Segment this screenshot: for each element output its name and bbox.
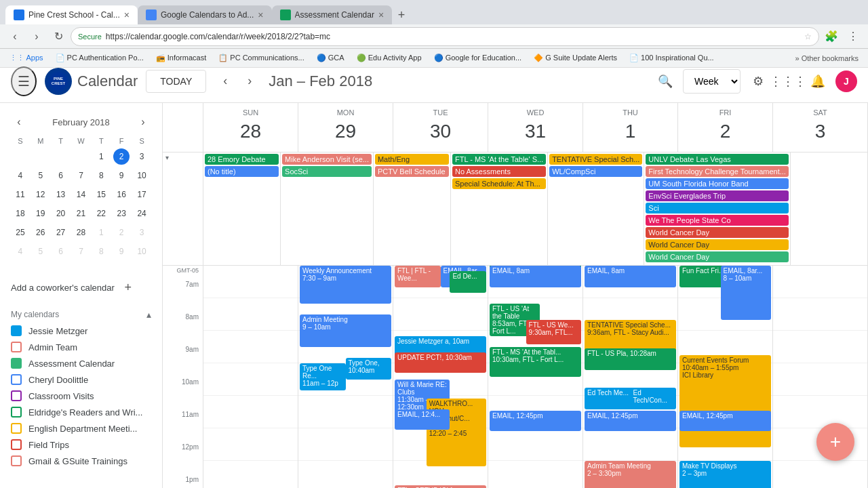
tab-assessment[interactable]: Assessment Calendar × [272,5,393,24]
cheryl-checkbox[interactable] [11,374,22,385]
event-current-events-forum[interactable]: Current Events Forum10:40am – 1:55pmICI … [679,355,771,447]
day-num-thu[interactable]: 1 [616,117,646,146]
event-first-tech[interactable]: First Technology Challenge Tournament... [646,166,789,177]
tab-close-1[interactable]: × [124,9,130,20]
event-no-assessments[interactable]: No Assessments [452,166,546,177]
day-num-tue[interactable]: 30 [426,117,456,146]
jessie-checkbox[interactable] [11,325,22,336]
event-ed-tech-con[interactable]: Ed Tech/Con... [631,388,677,409]
sidebar-item-eldridge[interactable]: Eldridge's Readers and Wri... [0,404,162,420]
gmail-checkbox[interactable] [11,455,22,466]
sidebar-item-admin-team[interactable]: Admin Team [0,339,162,355]
expand-icon[interactable]: ▾ [165,154,169,161]
sidebar-item-assessment[interactable]: Assessment Calendar [0,355,162,371]
today-button[interactable]: TODAY [146,70,206,93]
back-button[interactable]: ‹ [5,27,24,46]
event-email-1245-fri[interactable]: EMAIL, 12:45pm [679,411,771,431]
browser-menu-icon[interactable]: ⋮ [844,27,863,46]
event-make-tv-displays[interactable]: Make TV Displays2 – 3pm [679,461,771,488]
event-mike-anderson[interactable]: Mike Anderson Visit (se... [282,154,372,165]
tab-google-cal[interactable]: Google Calendars to Ad... × [138,5,272,24]
search-icon[interactable]: 🔍 [653,69,677,94]
view-selector[interactable]: Week Day Month [683,69,741,94]
address-bar[interactable]: Secure https://calendar.google.com/calen… [71,27,819,46]
event-ftl-ms[interactable]: FTL - MS 'At the Table' S... [452,154,546,165]
tab-close-3[interactable]: × [378,9,384,20]
tab-pine-crest[interactable]: Pine Crest School - Cal... × [5,5,138,24]
event-world-cancer-2[interactable]: World Cancer Day [646,239,789,250]
forward-button[interactable]: › [27,27,46,46]
event-ftl-week-tue[interactable]: FTL | FTL - Wee... [395,266,441,287]
event-email-1245-wed[interactable]: EMAIL, 12:45pm [490,411,581,431]
event-pctv[interactable]: PCTV Bell Schedule [375,166,449,177]
event-email-1245-thu[interactable]: EMAIL, 12:45pm [585,411,676,431]
day-num-mon[interactable]: 29 [331,117,361,146]
day-num-fri[interactable]: 2 [711,117,741,146]
event-math-eng[interactable]: Math/Eng [375,154,449,165]
event-ftl-ms-table-wed[interactable]: FTL - MS 'At the Tabl...10:30am, FTL - F… [490,347,581,377]
event-ftl-us-pla[interactable]: FTL - US Pla, 10:28am [585,348,676,370]
event-walkthrough[interactable]: WALKTHRO...UGH:Greenhut/C...urran12:20 –… [427,399,486,466]
event-weekly-announcement[interactable]: Weekly Announcement7:30 – 9am [300,266,391,304]
event-special-schedule[interactable]: Special Schedule: At Th... [452,178,546,189]
create-event-fab[interactable]: + [816,423,854,461]
event-wl-compsci[interactable]: WL/CompSci [549,166,642,177]
field-trips-checkbox[interactable] [11,439,22,450]
sidebar-item-field-trips[interactable]: Field Trips [0,436,162,453]
event-ed-de[interactable]: Ed De... [450,271,486,293]
day-num-sat[interactable]: 3 [806,117,835,146]
sidebar-item-jessie[interactable]: Jessie Metzger [0,323,162,339]
prev-week-button[interactable]: ‹ [214,70,236,92]
bookmark-star-icon[interactable]: ☆ [804,32,812,41]
notifications-icon[interactable]: 🔔 [806,69,830,94]
time-grid-scroll[interactable]: GMT-05 7am 8am 9am 10am 11am 12pm 1pm 2p… [163,266,868,488]
event-no-title[interactable]: (No title) [205,166,279,177]
event-admin-meeting[interactable]: Admin Meeting9 – 10am [300,314,391,347]
day-num-sun[interactable]: 28 [236,117,266,146]
day-num-wed[interactable]: 31 [521,117,551,146]
english-checkbox[interactable] [11,423,22,434]
event-email-8am-wed[interactable]: EMAIL, 8am [490,266,581,287]
event-email-1245-tue[interactable]: EMAIL, 12:4... [395,409,450,430]
extensions-icon[interactable]: 🧩 [822,27,841,46]
settings-icon[interactable]: ⚙ [746,69,770,94]
add-coworker-plus-icon[interactable]: + [120,279,136,296]
sidebar-item-cheryl[interactable]: Cheryl Doolittle [0,371,162,388]
add-coworker-button[interactable]: Add a coworker's calendar + [11,277,151,298]
event-update-pct[interactable]: UPDATE PCT!, 10:30am [395,352,486,373]
event-tentative-special[interactable]: TENTATIVE Special Sch... [549,154,642,165]
admin-team-checkbox[interactable] [11,342,22,352]
tab-close-2[interactable]: × [258,9,263,20]
event-type-one-1[interactable]: Type One, 10:40am [346,358,392,380]
event-sci[interactable]: Sci [646,203,789,214]
event-type-one-2[interactable]: Type One Re...11am – 12p [300,363,346,390]
event-ftl-us-we[interactable]: FTL - US We...9:30am, FTL... [526,320,581,344]
sidebar-item-classroom[interactable]: Classroom Visits [0,388,162,404]
event-email-8am-fri[interactable]: EMAIL, 8ar...8 – 10am [721,266,771,320]
event-world-cancer-3[interactable]: World Cancer Day [646,251,789,262]
event-emory-debate[interactable]: 28 Emory Debate [205,154,279,165]
next-week-button[interactable]: › [239,70,260,92]
classroom-checkbox[interactable] [11,390,22,401]
sidebar-item-gmail[interactable]: Gmail & GSuite Trainings [0,453,162,469]
sidebar-item-english[interactable]: English Department Meeti... [0,420,162,436]
menu-icon[interactable]: ☰ [11,66,37,96]
my-calendars-toggle[interactable] [146,309,151,320]
assessment-checkbox[interactable] [11,358,22,369]
event-world-cancer-1[interactable]: World Cancer Day [646,227,789,238]
event-um-honor-band[interactable]: UM South Florida Honor Band [646,178,789,189]
new-tab-button[interactable]: + [392,5,411,24]
event-email-8am-thu[interactable]: EMAIL, 8am [585,266,676,287]
event-unlv-debate[interactable]: UNLV Debate Las Vegas [646,154,789,165]
event-envsci[interactable]: EnvSci Everglades Trip [646,190,789,201]
user-avatar[interactable]: J [835,70,857,92]
refresh-button[interactable]: ↻ [49,27,68,46]
event-we-the-people[interactable]: We The People State Co [646,215,789,226]
apps-icon[interactable]: ⋮⋮⋮ [776,69,800,94]
event-ed-tech-me[interactable]: Ed Tech Me... [585,388,635,409]
mini-cal-prev[interactable]: ‹ [11,114,27,130]
mini-cal-next[interactable]: › [135,114,151,130]
event-ftl-setup-ici[interactable]: FTL - SETUP ICI for... [395,485,486,488]
event-socsci[interactable]: SocSci [282,166,372,177]
event-admin-team-meeting[interactable]: Admin Team Meeting2 – 3:30pm [585,461,676,488]
